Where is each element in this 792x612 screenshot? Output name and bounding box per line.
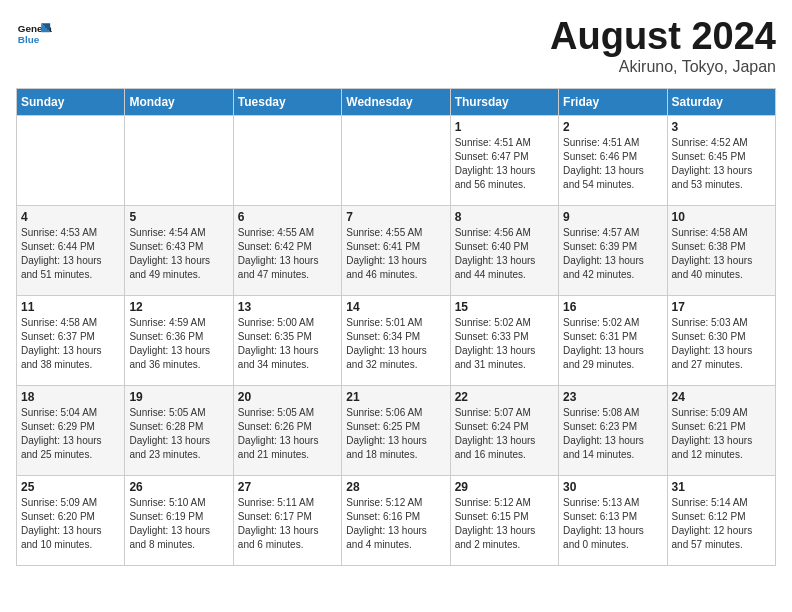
- header-row: SundayMondayTuesdayWednesdayThursdayFrid…: [17, 88, 776, 115]
- day-number: 4: [21, 210, 120, 224]
- calendar-cell: 25Sunrise: 5:09 AM Sunset: 6:20 PM Dayli…: [17, 475, 125, 565]
- calendar-cell: 31Sunrise: 5:14 AM Sunset: 6:12 PM Dayli…: [667, 475, 775, 565]
- calendar-cell: [125, 115, 233, 205]
- week-row-3: 18Sunrise: 5:04 AM Sunset: 6:29 PM Dayli…: [17, 385, 776, 475]
- day-info: Sunrise: 5:05 AM Sunset: 6:28 PM Dayligh…: [129, 406, 228, 462]
- calendar-cell: 29Sunrise: 5:12 AM Sunset: 6:15 PM Dayli…: [450, 475, 558, 565]
- day-number: 19: [129, 390, 228, 404]
- week-row-2: 11Sunrise: 4:58 AM Sunset: 6:37 PM Dayli…: [17, 295, 776, 385]
- day-info: Sunrise: 4:58 AM Sunset: 6:37 PM Dayligh…: [21, 316, 120, 372]
- day-info: Sunrise: 5:02 AM Sunset: 6:33 PM Dayligh…: [455, 316, 554, 372]
- day-info: Sunrise: 5:11 AM Sunset: 6:17 PM Dayligh…: [238, 496, 337, 552]
- day-number: 28: [346, 480, 445, 494]
- day-number: 13: [238, 300, 337, 314]
- calendar-cell: 7Sunrise: 4:55 AM Sunset: 6:41 PM Daylig…: [342, 205, 450, 295]
- day-number: 22: [455, 390, 554, 404]
- day-info: Sunrise: 4:58 AM Sunset: 6:38 PM Dayligh…: [672, 226, 771, 282]
- header-wednesday: Wednesday: [342, 88, 450, 115]
- header-saturday: Saturday: [667, 88, 775, 115]
- calendar-cell: 16Sunrise: 5:02 AM Sunset: 6:31 PM Dayli…: [559, 295, 667, 385]
- calendar-cell: 9Sunrise: 4:57 AM Sunset: 6:39 PM Daylig…: [559, 205, 667, 295]
- calendar-cell: 10Sunrise: 4:58 AM Sunset: 6:38 PM Dayli…: [667, 205, 775, 295]
- day-info: Sunrise: 5:07 AM Sunset: 6:24 PM Dayligh…: [455, 406, 554, 462]
- day-number: 2: [563, 120, 662, 134]
- calendar-cell: 24Sunrise: 5:09 AM Sunset: 6:21 PM Dayli…: [667, 385, 775, 475]
- calendar-cell: 14Sunrise: 5:01 AM Sunset: 6:34 PM Dayli…: [342, 295, 450, 385]
- week-row-0: 1Sunrise: 4:51 AM Sunset: 6:47 PM Daylig…: [17, 115, 776, 205]
- day-number: 23: [563, 390, 662, 404]
- calendar-cell: 22Sunrise: 5:07 AM Sunset: 6:24 PM Dayli…: [450, 385, 558, 475]
- day-info: Sunrise: 5:12 AM Sunset: 6:16 PM Dayligh…: [346, 496, 445, 552]
- day-info: Sunrise: 5:02 AM Sunset: 6:31 PM Dayligh…: [563, 316, 662, 372]
- calendar-cell: 13Sunrise: 5:00 AM Sunset: 6:35 PM Dayli…: [233, 295, 341, 385]
- calendar-cell: 4Sunrise: 4:53 AM Sunset: 6:44 PM Daylig…: [17, 205, 125, 295]
- day-number: 9: [563, 210, 662, 224]
- day-number: 16: [563, 300, 662, 314]
- header-thursday: Thursday: [450, 88, 558, 115]
- logo-icon: General Blue: [16, 16, 52, 52]
- title-block: August 2024 Akiruno, Tokyo, Japan: [550, 16, 776, 76]
- calendar-header: SundayMondayTuesdayWednesdayThursdayFrid…: [17, 88, 776, 115]
- location: Akiruno, Tokyo, Japan: [550, 58, 776, 76]
- day-info: Sunrise: 5:08 AM Sunset: 6:23 PM Dayligh…: [563, 406, 662, 462]
- day-number: 1: [455, 120, 554, 134]
- day-number: 29: [455, 480, 554, 494]
- day-number: 18: [21, 390, 120, 404]
- day-info: Sunrise: 5:04 AM Sunset: 6:29 PM Dayligh…: [21, 406, 120, 462]
- calendar-cell: 15Sunrise: 5:02 AM Sunset: 6:33 PM Dayli…: [450, 295, 558, 385]
- calendar-cell: 8Sunrise: 4:56 AM Sunset: 6:40 PM Daylig…: [450, 205, 558, 295]
- calendar-cell: 1Sunrise: 4:51 AM Sunset: 6:47 PM Daylig…: [450, 115, 558, 205]
- calendar-cell: 5Sunrise: 4:54 AM Sunset: 6:43 PM Daylig…: [125, 205, 233, 295]
- week-row-4: 25Sunrise: 5:09 AM Sunset: 6:20 PM Dayli…: [17, 475, 776, 565]
- day-number: 21: [346, 390, 445, 404]
- day-info: Sunrise: 4:52 AM Sunset: 6:45 PM Dayligh…: [672, 136, 771, 192]
- month-title: August 2024: [550, 16, 776, 58]
- calendar-cell: 27Sunrise: 5:11 AM Sunset: 6:17 PM Dayli…: [233, 475, 341, 565]
- day-info: Sunrise: 5:09 AM Sunset: 6:20 PM Dayligh…: [21, 496, 120, 552]
- calendar-cell: 30Sunrise: 5:13 AM Sunset: 6:13 PM Dayli…: [559, 475, 667, 565]
- day-info: Sunrise: 4:51 AM Sunset: 6:46 PM Dayligh…: [563, 136, 662, 192]
- day-number: 24: [672, 390, 771, 404]
- day-info: Sunrise: 5:00 AM Sunset: 6:35 PM Dayligh…: [238, 316, 337, 372]
- day-info: Sunrise: 4:55 AM Sunset: 6:41 PM Dayligh…: [346, 226, 445, 282]
- calendar-cell: 2Sunrise: 4:51 AM Sunset: 6:46 PM Daylig…: [559, 115, 667, 205]
- day-info: Sunrise: 5:01 AM Sunset: 6:34 PM Dayligh…: [346, 316, 445, 372]
- header-tuesday: Tuesday: [233, 88, 341, 115]
- day-number: 12: [129, 300, 228, 314]
- day-number: 6: [238, 210, 337, 224]
- calendar-cell: [17, 115, 125, 205]
- day-info: Sunrise: 5:06 AM Sunset: 6:25 PM Dayligh…: [346, 406, 445, 462]
- day-info: Sunrise: 5:13 AM Sunset: 6:13 PM Dayligh…: [563, 496, 662, 552]
- calendar-body: 1Sunrise: 4:51 AM Sunset: 6:47 PM Daylig…: [17, 115, 776, 565]
- svg-text:Blue: Blue: [18, 34, 40, 45]
- day-number: 11: [21, 300, 120, 314]
- day-number: 3: [672, 120, 771, 134]
- calendar-cell: 18Sunrise: 5:04 AM Sunset: 6:29 PM Dayli…: [17, 385, 125, 475]
- day-info: Sunrise: 4:51 AM Sunset: 6:47 PM Dayligh…: [455, 136, 554, 192]
- calendar-table: SundayMondayTuesdayWednesdayThursdayFrid…: [16, 88, 776, 566]
- day-info: Sunrise: 5:12 AM Sunset: 6:15 PM Dayligh…: [455, 496, 554, 552]
- day-number: 7: [346, 210, 445, 224]
- calendar-cell: [342, 115, 450, 205]
- day-number: 20: [238, 390, 337, 404]
- day-info: Sunrise: 4:57 AM Sunset: 6:39 PM Dayligh…: [563, 226, 662, 282]
- day-number: 25: [21, 480, 120, 494]
- calendar-cell: 23Sunrise: 5:08 AM Sunset: 6:23 PM Dayli…: [559, 385, 667, 475]
- day-number: 17: [672, 300, 771, 314]
- day-info: Sunrise: 5:09 AM Sunset: 6:21 PM Dayligh…: [672, 406, 771, 462]
- week-row-1: 4Sunrise: 4:53 AM Sunset: 6:44 PM Daylig…: [17, 205, 776, 295]
- day-number: 26: [129, 480, 228, 494]
- page-header: General Blue August 2024 Akiruno, Tokyo,…: [16, 16, 776, 76]
- calendar-cell: 20Sunrise: 5:05 AM Sunset: 6:26 PM Dayli…: [233, 385, 341, 475]
- day-info: Sunrise: 5:14 AM Sunset: 6:12 PM Dayligh…: [672, 496, 771, 552]
- header-monday: Monday: [125, 88, 233, 115]
- day-number: 27: [238, 480, 337, 494]
- day-info: Sunrise: 4:59 AM Sunset: 6:36 PM Dayligh…: [129, 316, 228, 372]
- day-info: Sunrise: 4:54 AM Sunset: 6:43 PM Dayligh…: [129, 226, 228, 282]
- calendar-cell: 11Sunrise: 4:58 AM Sunset: 6:37 PM Dayli…: [17, 295, 125, 385]
- logo: General Blue: [16, 16, 52, 52]
- calendar-cell: 28Sunrise: 5:12 AM Sunset: 6:16 PM Dayli…: [342, 475, 450, 565]
- calendar-cell: 3Sunrise: 4:52 AM Sunset: 6:45 PM Daylig…: [667, 115, 775, 205]
- day-number: 5: [129, 210, 228, 224]
- day-number: 8: [455, 210, 554, 224]
